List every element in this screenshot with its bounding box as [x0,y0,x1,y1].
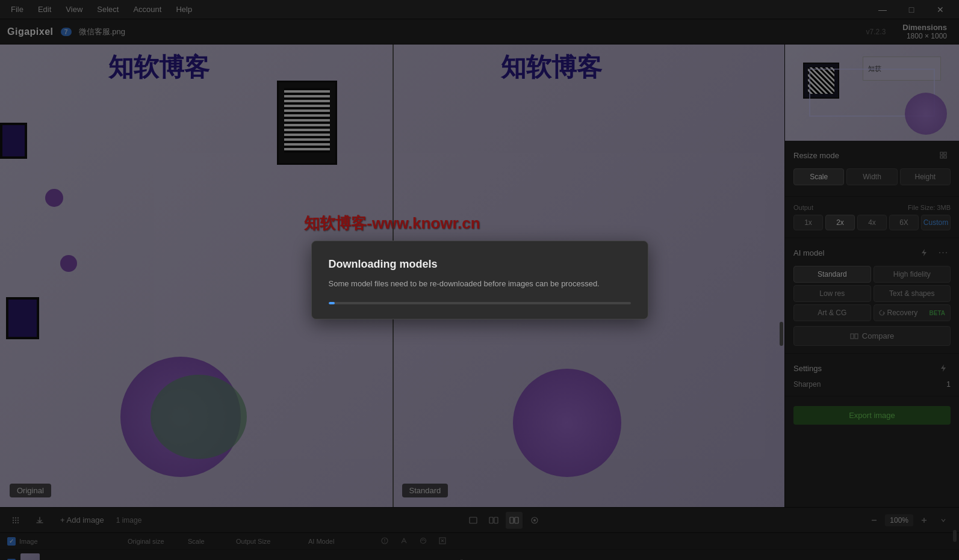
downloading-modal: Downloading models Some model files need… [311,241,648,319]
modal-overlay: Downloading models Some model files need… [0,0,959,560]
progress-bar-fill [329,302,335,304]
modal-description: Some model files need to be re-downloade… [329,278,631,290]
progress-bar-container [329,302,631,304]
modal-title: Downloading models [329,258,631,271]
